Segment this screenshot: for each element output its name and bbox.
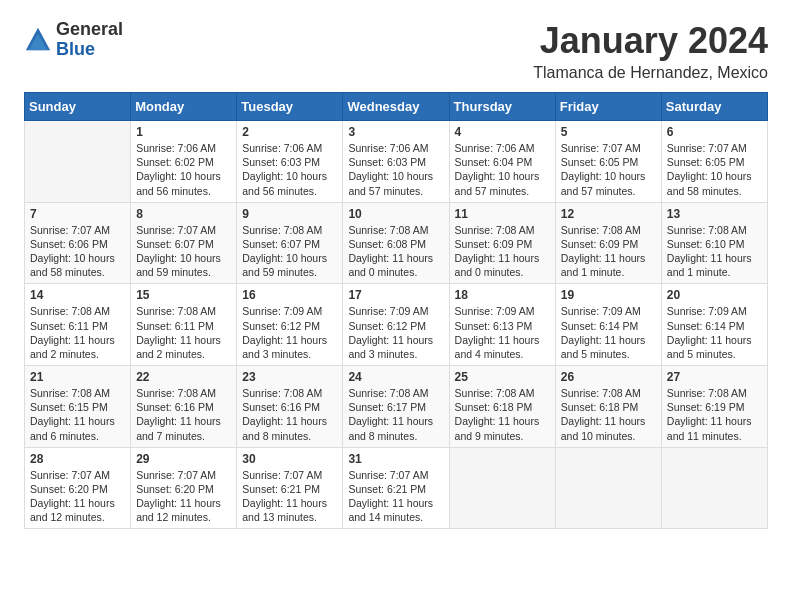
day-info: Sunrise: 7:08 AM Sunset: 6:08 PM Dayligh… — [348, 223, 443, 280]
day-info: Sunrise: 7:07 AM Sunset: 6:21 PM Dayligh… — [242, 468, 337, 525]
day-number: 20 — [667, 288, 762, 302]
calendar-week-3: 21Sunrise: 7:08 AM Sunset: 6:15 PM Dayli… — [25, 366, 768, 448]
calendar-cell: 13Sunrise: 7:08 AM Sunset: 6:10 PM Dayli… — [661, 202, 767, 284]
day-info: Sunrise: 7:09 AM Sunset: 6:12 PM Dayligh… — [348, 304, 443, 361]
calendar-cell: 4Sunrise: 7:06 AM Sunset: 6:04 PM Daylig… — [449, 121, 555, 203]
calendar-cell — [661, 447, 767, 529]
day-number: 9 — [242, 207, 337, 221]
calendar-cell: 30Sunrise: 7:07 AM Sunset: 6:21 PM Dayli… — [237, 447, 343, 529]
day-info: Sunrise: 7:07 AM Sunset: 6:20 PM Dayligh… — [136, 468, 231, 525]
day-number: 31 — [348, 452, 443, 466]
day-info: Sunrise: 7:08 AM Sunset: 6:09 PM Dayligh… — [455, 223, 550, 280]
day-info: Sunrise: 7:08 AM Sunset: 6:18 PM Dayligh… — [455, 386, 550, 443]
calendar-cell — [555, 447, 661, 529]
calendar-cell: 22Sunrise: 7:08 AM Sunset: 6:16 PM Dayli… — [131, 366, 237, 448]
calendar-cell: 25Sunrise: 7:08 AM Sunset: 6:18 PM Dayli… — [449, 366, 555, 448]
day-info: Sunrise: 7:08 AM Sunset: 6:17 PM Dayligh… — [348, 386, 443, 443]
logo: General Blue — [24, 20, 123, 60]
page-header: General Blue January 2024 Tlamanca de He… — [24, 20, 768, 82]
day-number: 8 — [136, 207, 231, 221]
logo-icon — [24, 26, 52, 54]
header-cell-friday: Friday — [555, 93, 661, 121]
calendar-cell: 6Sunrise: 7:07 AM Sunset: 6:05 PM Daylig… — [661, 121, 767, 203]
day-info: Sunrise: 7:07 AM Sunset: 6:21 PM Dayligh… — [348, 468, 443, 525]
calendar-cell: 21Sunrise: 7:08 AM Sunset: 6:15 PM Dayli… — [25, 366, 131, 448]
day-info: Sunrise: 7:06 AM Sunset: 6:03 PM Dayligh… — [242, 141, 337, 198]
logo-text: General Blue — [56, 20, 123, 60]
calendar-cell: 18Sunrise: 7:09 AM Sunset: 6:13 PM Dayli… — [449, 284, 555, 366]
day-number: 28 — [30, 452, 125, 466]
day-number: 1 — [136, 125, 231, 139]
day-number: 17 — [348, 288, 443, 302]
header-cell-monday: Monday — [131, 93, 237, 121]
month-title: January 2024 — [533, 20, 768, 62]
day-number: 2 — [242, 125, 337, 139]
calendar-week-1: 7Sunrise: 7:07 AM Sunset: 6:06 PM Daylig… — [25, 202, 768, 284]
day-info: Sunrise: 7:07 AM Sunset: 6:20 PM Dayligh… — [30, 468, 125, 525]
day-info: Sunrise: 7:07 AM Sunset: 6:05 PM Dayligh… — [667, 141, 762, 198]
calendar-cell: 17Sunrise: 7:09 AM Sunset: 6:12 PM Dayli… — [343, 284, 449, 366]
day-info: Sunrise: 7:09 AM Sunset: 6:12 PM Dayligh… — [242, 304, 337, 361]
calendar-table: SundayMondayTuesdayWednesdayThursdayFrid… — [24, 92, 768, 529]
day-number: 19 — [561, 288, 656, 302]
location-title: Tlamanca de Hernandez, Mexico — [533, 64, 768, 82]
day-number: 29 — [136, 452, 231, 466]
day-info: Sunrise: 7:08 AM Sunset: 6:16 PM Dayligh… — [136, 386, 231, 443]
day-info: Sunrise: 7:08 AM Sunset: 6:09 PM Dayligh… — [561, 223, 656, 280]
calendar-cell: 28Sunrise: 7:07 AM Sunset: 6:20 PM Dayli… — [25, 447, 131, 529]
day-info: Sunrise: 7:06 AM Sunset: 6:02 PM Dayligh… — [136, 141, 231, 198]
calendar-cell: 9Sunrise: 7:08 AM Sunset: 6:07 PM Daylig… — [237, 202, 343, 284]
calendar-cell: 19Sunrise: 7:09 AM Sunset: 6:14 PM Dayli… — [555, 284, 661, 366]
day-info: Sunrise: 7:09 AM Sunset: 6:13 PM Dayligh… — [455, 304, 550, 361]
calendar-cell — [25, 121, 131, 203]
day-info: Sunrise: 7:07 AM Sunset: 6:07 PM Dayligh… — [136, 223, 231, 280]
day-number: 11 — [455, 207, 550, 221]
calendar-cell: 10Sunrise: 7:08 AM Sunset: 6:08 PM Dayli… — [343, 202, 449, 284]
day-number: 13 — [667, 207, 762, 221]
day-info: Sunrise: 7:07 AM Sunset: 6:06 PM Dayligh… — [30, 223, 125, 280]
calendar-header: SundayMondayTuesdayWednesdayThursdayFrid… — [25, 93, 768, 121]
day-number: 22 — [136, 370, 231, 384]
calendar-cell: 15Sunrise: 7:08 AM Sunset: 6:11 PM Dayli… — [131, 284, 237, 366]
calendar-cell: 5Sunrise: 7:07 AM Sunset: 6:05 PM Daylig… — [555, 121, 661, 203]
calendar-body: 1Sunrise: 7:06 AM Sunset: 6:02 PM Daylig… — [25, 121, 768, 529]
day-info: Sunrise: 7:08 AM Sunset: 6:07 PM Dayligh… — [242, 223, 337, 280]
day-number: 5 — [561, 125, 656, 139]
day-number: 18 — [455, 288, 550, 302]
calendar-cell: 1Sunrise: 7:06 AM Sunset: 6:02 PM Daylig… — [131, 121, 237, 203]
day-number: 21 — [30, 370, 125, 384]
calendar-cell: 26Sunrise: 7:08 AM Sunset: 6:18 PM Dayli… — [555, 366, 661, 448]
day-info: Sunrise: 7:06 AM Sunset: 6:04 PM Dayligh… — [455, 141, 550, 198]
day-number: 15 — [136, 288, 231, 302]
day-info: Sunrise: 7:08 AM Sunset: 6:18 PM Dayligh… — [561, 386, 656, 443]
day-number: 3 — [348, 125, 443, 139]
header-cell-tuesday: Tuesday — [237, 93, 343, 121]
day-info: Sunrise: 7:08 AM Sunset: 6:11 PM Dayligh… — [136, 304, 231, 361]
day-number: 10 — [348, 207, 443, 221]
day-number: 14 — [30, 288, 125, 302]
day-number: 12 — [561, 207, 656, 221]
calendar-cell: 16Sunrise: 7:09 AM Sunset: 6:12 PM Dayli… — [237, 284, 343, 366]
day-info: Sunrise: 7:07 AM Sunset: 6:05 PM Dayligh… — [561, 141, 656, 198]
calendar-cell — [449, 447, 555, 529]
calendar-cell: 24Sunrise: 7:08 AM Sunset: 6:17 PM Dayli… — [343, 366, 449, 448]
calendar-cell: 14Sunrise: 7:08 AM Sunset: 6:11 PM Dayli… — [25, 284, 131, 366]
calendar-cell: 31Sunrise: 7:07 AM Sunset: 6:21 PM Dayli… — [343, 447, 449, 529]
calendar-cell: 11Sunrise: 7:08 AM Sunset: 6:09 PM Dayli… — [449, 202, 555, 284]
day-info: Sunrise: 7:06 AM Sunset: 6:03 PM Dayligh… — [348, 141, 443, 198]
day-number: 27 — [667, 370, 762, 384]
day-number: 25 — [455, 370, 550, 384]
day-number: 23 — [242, 370, 337, 384]
header-row: SundayMondayTuesdayWednesdayThursdayFrid… — [25, 93, 768, 121]
logo-blue-text: Blue — [56, 40, 123, 60]
header-cell-wednesday: Wednesday — [343, 93, 449, 121]
day-info: Sunrise: 7:09 AM Sunset: 6:14 PM Dayligh… — [561, 304, 656, 361]
day-info: Sunrise: 7:08 AM Sunset: 6:11 PM Dayligh… — [30, 304, 125, 361]
title-block: January 2024 Tlamanca de Hernandez, Mexi… — [533, 20, 768, 82]
calendar-cell: 27Sunrise: 7:08 AM Sunset: 6:19 PM Dayli… — [661, 366, 767, 448]
calendar-cell: 7Sunrise: 7:07 AM Sunset: 6:06 PM Daylig… — [25, 202, 131, 284]
calendar-cell: 23Sunrise: 7:08 AM Sunset: 6:16 PM Dayli… — [237, 366, 343, 448]
day-number: 4 — [455, 125, 550, 139]
calendar-cell: 3Sunrise: 7:06 AM Sunset: 6:03 PM Daylig… — [343, 121, 449, 203]
day-number: 16 — [242, 288, 337, 302]
